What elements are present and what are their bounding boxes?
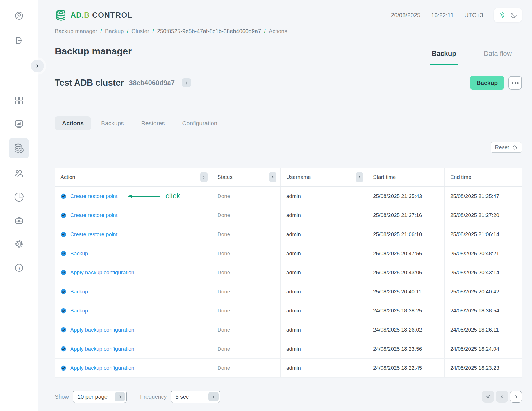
title-row: Backup manager Backup Data flow	[55, 46, 522, 64]
logout-icon[interactable]	[0, 36, 38, 45]
tab-actions[interactable]: Actions	[55, 116, 91, 130]
status-done-icon	[60, 193, 67, 199]
breadcrumb-item[interactable]: 250f8525-9e5b-47af-8c1b-38eb4060d9a7	[157, 28, 261, 35]
cluster-name: Test ADB cluster	[55, 78, 124, 88]
username-filter-button[interactable]	[356, 172, 363, 182]
status-filter-button[interactable]	[269, 172, 276, 182]
tab-backups[interactable]: Backups	[94, 116, 131, 130]
sidebar: i	[0, 0, 38, 411]
status-cell: Done	[212, 244, 281, 263]
account-icon[interactable]	[0, 11, 38, 21]
dark-theme-button[interactable]	[510, 12, 517, 19]
action-link[interactable]: Backup	[70, 250, 88, 257]
action-link[interactable]: Create restore point	[70, 231, 117, 238]
settings-gear-icon[interactable]	[0, 239, 38, 249]
table-header: Action Status Username Start time End ti…	[55, 168, 522, 187]
current-time: 16:22:11	[431, 12, 454, 19]
username-cell: admin	[281, 359, 367, 377]
sidebar-item-backup-manager[interactable]	[9, 138, 29, 158]
timezone: UTC+3	[464, 12, 483, 19]
status-done-icon	[60, 289, 67, 295]
chevron-right-icon	[202, 175, 206, 179]
tab-data-flow[interactable]: Data flow	[482, 50, 513, 64]
end-time-cell: 25/08/2025 21:35:47	[445, 187, 522, 206]
next-page-button[interactable]	[510, 391, 522, 403]
status-done-icon	[60, 231, 67, 238]
column-end-time: End time	[445, 168, 522, 186]
first-page-button[interactable]	[482, 391, 494, 403]
reports-pie-icon[interactable]	[0, 192, 38, 202]
sun-icon	[499, 12, 506, 19]
tab-configuration[interactable]: Configuration	[175, 116, 225, 130]
breadcrumb-item[interactable]: Cluster	[131, 28, 149, 35]
brand-letter: B	[84, 11, 90, 20]
end-time-cell: 25/08/2025 20:40:42	[445, 282, 522, 301]
light-theme-button[interactable]	[499, 12, 506, 19]
previous-page-button[interactable]	[496, 391, 508, 403]
monitoring-icon[interactable]	[0, 119, 38, 129]
action-link[interactable]: Apply backup configuration	[70, 327, 134, 333]
username-cell: admin	[281, 244, 367, 263]
click-arrow-icon	[127, 194, 160, 198]
username-cell: admin	[281, 339, 367, 358]
logo-database-icon	[55, 9, 68, 22]
backup-button[interactable]: Backup	[470, 76, 504, 90]
apps-grid-icon[interactable]	[0, 96, 38, 105]
column-status: Status	[212, 168, 281, 186]
end-time-cell: 24/08/2025 18:24:04	[445, 339, 522, 358]
action-link[interactable]: Apply backup configuration	[70, 270, 134, 276]
info-icon[interactable]: i	[0, 263, 38, 273]
page-size-select[interactable]: 10 per page	[73, 391, 127, 403]
users-icon[interactable]	[0, 168, 38, 179]
breadcrumb-separator: /	[152, 28, 154, 35]
table-row: Apply backup configuration click Done ad…	[55, 359, 522, 378]
action-link[interactable]: Backup	[70, 289, 88, 295]
status-cell: Done	[212, 187, 281, 206]
table-row: Create restore point click Done admin 25…	[55, 225, 522, 244]
reset-button[interactable]: Reset	[491, 142, 522, 153]
tab-backup[interactable]: Backup	[430, 50, 458, 65]
reset-label: Reset	[495, 144, 509, 150]
chevron-right-icon	[514, 395, 518, 399]
table-row: Apply backup configuration click Done ad…	[55, 339, 522, 359]
start-time-cell: 25/08/2025 21:35:43	[367, 187, 445, 206]
page-title: Backup manager	[55, 46, 132, 64]
theme-toggle	[494, 8, 522, 22]
cluster-expand-button[interactable]	[182, 78, 191, 87]
end-time-cell: 25/08/2025 20:48:21	[445, 244, 522, 263]
page-size-value: 10 per page	[78, 394, 108, 400]
datetime-cluster: 26/08/2025 16:22:11 UTC+3	[391, 8, 522, 22]
more-actions-button[interactable]	[508, 76, 522, 90]
app-logo[interactable]: AD.BCONTROL	[55, 9, 133, 22]
status-cell: Done	[212, 225, 281, 244]
breadcrumb-item[interactable]: Backup	[105, 28, 124, 35]
chevron-right-icon	[118, 395, 122, 399]
end-time-cell: 25/08/2025 21:06:14	[445, 225, 522, 244]
brand-prefix: AD.	[71, 11, 84, 20]
status-cell: Done	[212, 320, 281, 339]
logo-text: AD.BCONTROL	[71, 11, 133, 20]
breadcrumb-separator: /	[264, 28, 266, 35]
start-time-cell: 25/08/2025 21:27:16	[367, 206, 445, 225]
column-action: Action	[55, 168, 212, 186]
sidebar-expand-button[interactable]	[31, 60, 44, 72]
double-chevron-left-icon	[486, 394, 490, 399]
tab-restores[interactable]: Restores	[134, 116, 172, 130]
action-link[interactable]: Apply backup configuration	[70, 365, 134, 371]
breadcrumb: Backup manager/Backup/Cluster/250f8525-9…	[55, 28, 522, 35]
action-link[interactable]: Create restore point	[70, 212, 117, 218]
jobs-briefcase-icon[interactable]	[0, 215, 38, 225]
table-row: Apply backup configuration click Done ad…	[55, 263, 522, 282]
chevron-right-icon	[212, 395, 215, 399]
moon-icon	[510, 12, 517, 19]
action-link[interactable]: Backup	[70, 308, 88, 314]
action-link[interactable]: Apply backup configuration	[70, 346, 134, 352]
table-row: Create restore point click Done admin 25…	[55, 187, 522, 206]
breadcrumb-item[interactable]: Backup manager	[55, 28, 97, 35]
action-link[interactable]: Create restore point	[70, 193, 117, 199]
start-time-cell: 25/08/2025 20:47:56	[367, 244, 445, 263]
action-filter-button[interactable]	[200, 172, 208, 182]
svg-text:i: i	[18, 265, 21, 271]
frequency-select[interactable]: 5 sec	[171, 391, 220, 403]
cluster-row: Test ADB cluster 38eb4060d9a7 Backup	[55, 76, 522, 90]
